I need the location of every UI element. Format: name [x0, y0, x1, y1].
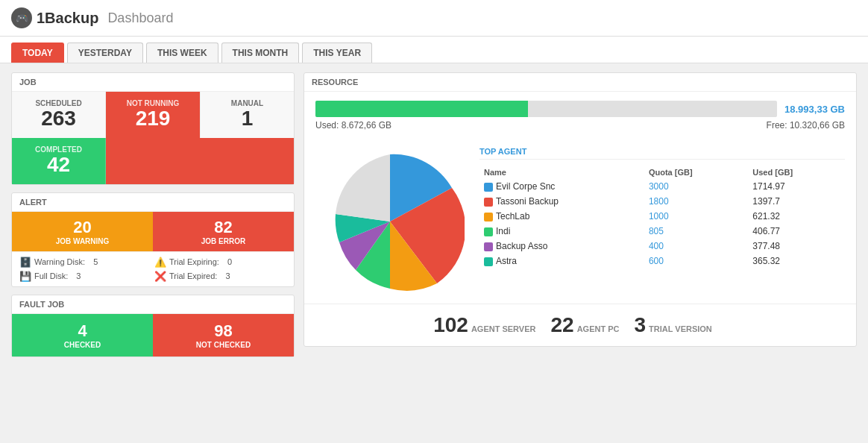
trial-expired-value: 3	[225, 271, 230, 280]
storage-total: 18.993,33 GB	[784, 104, 845, 115]
pie-svg	[315, 147, 465, 296]
fault-job-header: FAULT JOB	[12, 295, 294, 314]
summary-item: 22AGENT PC	[550, 323, 634, 334]
summary-number: 22	[550, 313, 573, 336]
warning-disk-value: 5	[93, 257, 98, 266]
agent-name-cell: Indi	[479, 224, 644, 239]
app-name: 1Backup	[37, 10, 98, 27]
summary-number: 102	[433, 313, 468, 336]
resource-panel: RESOURCE 18.993,33 GB Used: 8.672,66 GB …	[304, 72, 857, 347]
checked-label: CHECKED	[21, 341, 144, 349]
agent-color-dot	[484, 183, 493, 192]
agent-name-cell: Evil Corpe Snc	[479, 179, 644, 194]
nav-tabs: TODAY YESTERDAY THIS WEEK THIS MONTH THI…	[0, 37, 868, 63]
job-completed: COMPLETED 42	[12, 138, 106, 184]
agent-name-cell: TechLab	[479, 209, 644, 224]
agent-quota: 400	[644, 239, 748, 254]
table-row: Backup Asso 400 377.48	[479, 239, 845, 254]
summary-item: 3TRIAL VERSION	[634, 323, 726, 334]
error-label: JOB ERROR	[160, 237, 286, 245]
pie-chart	[315, 147, 465, 296]
fault-checked: 4 CHECKED	[12, 314, 153, 356]
job-not-running: NOT RUNNING 219	[106, 92, 200, 138]
agent-table-body: Evil Corpe Snc 3000 1714.97 Tassoni Back…	[479, 179, 845, 268]
trial-expired-item: ❌ Trial Expired: 3	[154, 271, 286, 282]
top-agent-header: TOP AGENT	[479, 147, 845, 160]
trial-expiring-icon: ⚠️	[154, 257, 166, 268]
tab-this-year[interactable]: THIS YEAR	[302, 43, 372, 63]
scheduled-label: SCHEDULED	[21, 99, 96, 107]
fault-not-checked: 98 NOT CHECKED	[153, 314, 294, 356]
manual-label: MANUAL	[210, 99, 285, 107]
not-running-value: 219	[115, 107, 191, 131]
full-disk-value: 3	[76, 271, 81, 280]
right-column: RESOURCE 18.993,33 GB Used: 8.672,66 GB …	[304, 72, 857, 357]
table-row: Evil Corpe Snc 3000 1714.97	[479, 179, 845, 194]
tab-this-month[interactable]: THIS MONTH	[221, 43, 300, 63]
tab-yesterday[interactable]: YESTERDAY	[67, 43, 143, 63]
agent-quota: 805	[644, 224, 748, 239]
full-disk-item: 💾 Full Disk: 3	[19, 271, 151, 282]
tab-today[interactable]: TODAY	[11, 43, 64, 63]
job-not-running-bottom	[106, 138, 294, 184]
free-label: Free: 10.320,66 GB	[767, 120, 845, 131]
agent-quota: 1800	[644, 194, 748, 209]
storage-labels: Used: 8.672,66 GB Free: 10.320,66 GB	[315, 120, 845, 131]
alert-panel-header: ALERT	[12, 193, 294, 212]
used-label: Used: 8.672,66 GB	[315, 120, 391, 131]
agent-color-dot	[484, 257, 493, 266]
alert-grid: 20 JOB WARNING 82 JOB ERROR	[12, 212, 294, 251]
not-checked-value: 98	[162, 321, 285, 341]
scheduled-value: 263	[21, 107, 96, 131]
col-name: Name	[479, 166, 644, 179]
full-disk-icon: 💾	[19, 271, 31, 282]
agent-color-dot	[484, 242, 493, 251]
full-disk-label: Full Disk:	[34, 271, 68, 280]
col-quota: Quota [GB]	[644, 166, 748, 179]
alert-details: 🗄️ Warning Disk: 5 ⚠️ Trial Expiring: 0 …	[12, 251, 294, 286]
manual-value: 1	[210, 107, 285, 131]
alert-error: 82 JOB ERROR	[153, 212, 294, 251]
table-row: Astra 600 365.32	[479, 254, 845, 268]
error-value: 82	[160, 218, 286, 237]
agent-quota: 3000	[644, 179, 748, 194]
alert-panel: ALERT 20 JOB WARNING 82 JOB ERROR 🗄️ War…	[11, 192, 295, 287]
agent-quota: 1000	[644, 209, 748, 224]
agent-used: 365.32	[748, 254, 845, 268]
warning-value: 20	[19, 218, 145, 237]
agent-color-dot	[484, 198, 493, 207]
warning-disk-label: Warning Disk:	[34, 257, 85, 266]
agent-used: 377.48	[748, 239, 845, 254]
agent-used: 1714.97	[748, 179, 845, 194]
left-column: JOB SCHEDULED 263 NOT RUNNING 219 MANUAL…	[11, 72, 295, 357]
disk-warning-icon: 🗄️	[19, 257, 31, 268]
agent-name-cell: Astra	[479, 254, 644, 268]
agent-summary: 102AGENT SERVER22AGENT PC3TRIAL VERSION	[304, 304, 856, 346]
resource-header: RESOURCE	[304, 73, 856, 92]
table-header-row: Name Quota [GB] Used [GB]	[479, 166, 845, 179]
resource-bar-section: 18.993,33 GB Used: 8.672,66 GB Free: 10.…	[304, 92, 856, 139]
summary-number: 3	[634, 313, 646, 336]
warning-disk-item: 🗄️ Warning Disk: 5	[19, 257, 151, 268]
not-checked-label: NOT CHECKED	[162, 341, 285, 349]
not-running-label: NOT RUNNING	[115, 99, 191, 107]
tab-this-week[interactable]: THIS WEEK	[146, 43, 218, 63]
top-agent-section: TOP AGENT Name Quota [GB] Used [GB] Evil…	[479, 147, 845, 296]
agent-name-cell: Backup Asso	[479, 239, 644, 254]
agent-used: 1397.7	[748, 194, 845, 209]
job-grid-top: SCHEDULED 263 NOT RUNNING 219 MANUAL 1	[12, 92, 294, 138]
summary-label: TRIAL VERSION	[649, 324, 712, 333]
summary-label: AGENT PC	[577, 324, 620, 333]
table-row: Tassoni Backup 1800 1397.7	[479, 194, 845, 209]
table-row: Indi 805 406.77	[479, 224, 845, 239]
agent-quota: 600	[644, 254, 748, 268]
storage-bar-container: 18.993,33 GB	[315, 101, 845, 117]
header: 🎮 1Backup Dashboard	[0, 0, 868, 37]
job-manual: MANUAL 1	[200, 92, 294, 138]
resource-bottom: TOP AGENT Name Quota [GB] Used [GB] Evil…	[304, 139, 856, 304]
warning-label: JOB WARNING	[19, 237, 145, 245]
agent-table: Name Quota [GB] Used [GB] Evil Corpe Snc…	[479, 166, 845, 268]
job-grid-bottom: COMPLETED 42	[12, 138, 294, 184]
trial-expired-label: Trial Expired:	[169, 271, 217, 280]
agent-color-dot	[484, 213, 493, 222]
